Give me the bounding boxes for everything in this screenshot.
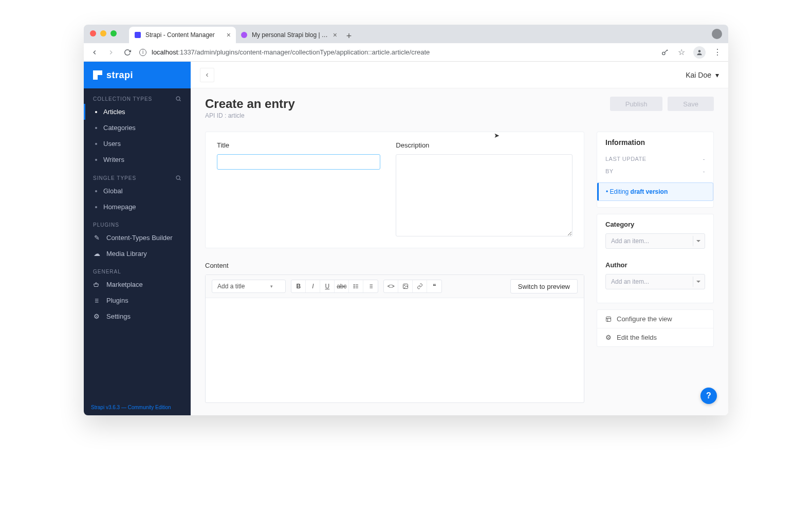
user-menu[interactable]: Kai Doe ▾ bbox=[686, 71, 719, 79]
select-placeholder: Add an item... bbox=[611, 278, 649, 285]
sidebar-item-label: Users bbox=[103, 140, 121, 148]
sidebar-item-label: Content-Types Builder bbox=[106, 234, 173, 242]
tab-title: Strapi - Content Manager bbox=[145, 31, 223, 39]
app-root: strapi COLLECTION TYPES Articles Categor… bbox=[84, 62, 728, 415]
sidebar-section-collection-types: COLLECTION TYPES bbox=[84, 88, 191, 104]
browser-account-icon[interactable] bbox=[712, 29, 722, 39]
sidebar-item-marketplace[interactable]: Marketplace bbox=[84, 277, 191, 292]
sidebar-item-categories[interactable]: Categories bbox=[84, 120, 191, 136]
sidebar-item-label: Plugins bbox=[106, 297, 128, 304]
sidebar-item-plugins[interactable]: Plugins bbox=[84, 292, 191, 308]
bookmark-star-icon[interactable]: ☆ bbox=[677, 48, 686, 57]
title-label: Title bbox=[217, 141, 380, 149]
sidebar-item-settings[interactable]: ⚙Settings bbox=[84, 308, 191, 324]
select-placeholder: Add an item... bbox=[611, 237, 649, 245]
bold-button[interactable]: B bbox=[291, 280, 306, 292]
quote-button[interactable]: ❝ bbox=[427, 280, 441, 292]
image-button[interactable] bbox=[398, 280, 413, 292]
sidebar-item-homepage[interactable]: Homepage bbox=[84, 199, 191, 215]
sidebar-item-label: Writers bbox=[103, 156, 124, 163]
description-input[interactable] bbox=[396, 154, 573, 236]
chevron-down-icon: ▾ bbox=[715, 71, 719, 79]
sidebar-item-media-library[interactable]: ☁Media Library bbox=[84, 246, 191, 262]
title-input[interactable] bbox=[217, 154, 380, 170]
search-icon[interactable] bbox=[175, 175, 181, 181]
site-info-icon[interactable]: i bbox=[139, 49, 146, 56]
url-path: :1337/admin/plugins/content-manager/coll… bbox=[178, 48, 430, 56]
url-field[interactable]: i localhost:1337/admin/plugins/content-m… bbox=[139, 48, 653, 56]
basket-icon bbox=[93, 282, 100, 288]
api-id: API ID : article bbox=[205, 112, 295, 119]
forward-button[interactable] bbox=[106, 48, 116, 57]
content-label: Content bbox=[205, 262, 584, 269]
code-button[interactable]: <> bbox=[384, 280, 398, 292]
heading-select-label: Add a title bbox=[217, 283, 245, 290]
cloud-icon: ☁ bbox=[93, 250, 100, 258]
author-select[interactable]: Add an item... bbox=[605, 274, 705, 289]
sidebar-section-single-types: SINGLE TYPES bbox=[84, 168, 191, 183]
heading-select[interactable]: Add a title ▾ bbox=[212, 280, 286, 293]
svg-line-5 bbox=[179, 179, 180, 180]
profile-icon[interactable] bbox=[693, 46, 706, 59]
browser-window: Strapi - Content Manager × My personal S… bbox=[84, 25, 728, 415]
close-tab-icon[interactable]: × bbox=[227, 31, 231, 39]
new-tab-button[interactable]: + bbox=[342, 29, 356, 43]
sidebar-item-writers[interactable]: Writers bbox=[84, 152, 191, 168]
save-button[interactable]: Save bbox=[668, 97, 714, 111]
svg-point-15 bbox=[354, 284, 355, 285]
sidebar-item-users[interactable]: Users bbox=[84, 136, 191, 152]
underline-button[interactable]: U bbox=[320, 280, 335, 292]
layout-icon bbox=[605, 316, 612, 322]
draft-version-label: draft version bbox=[631, 188, 668, 195]
browser-tab[interactable]: My personal Strapi blog | Strap × bbox=[235, 27, 342, 43]
minimize-window-icon[interactable] bbox=[100, 30, 106, 36]
fields-card: Title Description bbox=[205, 132, 584, 248]
sidebar: strapi COLLECTION TYPES Articles Categor… bbox=[84, 62, 191, 415]
form-area: Title Description Content bbox=[191, 125, 728, 415]
category-select[interactable]: Add an item... bbox=[605, 233, 705, 249]
svg-rect-23 bbox=[606, 317, 611, 321]
kebab-menu-icon[interactable]: ⋮ bbox=[713, 48, 722, 57]
link-button[interactable] bbox=[413, 280, 427, 292]
tab-title: My personal Strapi blog | Strap bbox=[252, 31, 329, 39]
numbered-list-button[interactable] bbox=[363, 280, 378, 292]
strikethrough-button[interactable]: abc bbox=[335, 280, 349, 292]
password-key-icon[interactable] bbox=[660, 48, 670, 57]
browser-tab-active[interactable]: Strapi - Content Manager × bbox=[129, 27, 236, 43]
sidebar-item-content-types-builder[interactable]: ✎Content-Types Builder bbox=[84, 230, 191, 246]
user-name: Kai Doe bbox=[686, 71, 711, 79]
top-bar: Kai Doe ▾ bbox=[191, 62, 728, 88]
preview-toggle-button[interactable]: Switch to preview bbox=[510, 279, 578, 293]
brush-icon: ✎ bbox=[93, 234, 100, 242]
configure-view-link[interactable]: Configure the view bbox=[597, 310, 713, 328]
close-window-icon[interactable] bbox=[90, 30, 96, 36]
svg-line-3 bbox=[179, 100, 180, 101]
content-editor: Add a title ▾ B I U abc bbox=[205, 274, 584, 403]
publish-button[interactable]: Publish bbox=[610, 97, 663, 111]
browser-tab-strip: Strapi - Content Manager × My personal S… bbox=[84, 25, 728, 43]
back-button[interactable] bbox=[200, 68, 214, 82]
sidebar-item-label: Marketplace bbox=[106, 281, 143, 288]
sidebar-item-articles[interactable]: Articles bbox=[84, 104, 191, 120]
editor-body[interactable] bbox=[206, 298, 584, 402]
search-icon[interactable] bbox=[175, 96, 181, 102]
sidebar-item-label: Articles bbox=[103, 108, 125, 116]
logo[interactable]: strapi bbox=[84, 62, 191, 88]
help-fab-button[interactable]: ? bbox=[700, 388, 717, 404]
edit-fields-link[interactable]: ⚙ Edit the fields bbox=[597, 328, 713, 346]
link-label: Configure the view bbox=[617, 315, 672, 323]
last-update-value: - bbox=[703, 156, 705, 162]
information-panel: Information LAST UPDATE - BY - • Editing… bbox=[597, 132, 714, 208]
sidebar-item-global[interactable]: Global bbox=[84, 183, 191, 199]
close-tab-icon[interactable]: × bbox=[333, 31, 337, 39]
bullet-list-button[interactable] bbox=[349, 280, 363, 292]
section-label: PLUGINS bbox=[93, 222, 119, 228]
reload-button[interactable] bbox=[123, 48, 132, 57]
sidebar-section-general: GENERAL bbox=[84, 262, 191, 277]
svg-point-2 bbox=[176, 97, 180, 100]
maximize-window-icon[interactable] bbox=[110, 30, 117, 36]
list-icon bbox=[93, 298, 100, 304]
back-button[interactable] bbox=[90, 48, 99, 57]
italic-button[interactable]: I bbox=[306, 280, 320, 292]
logo-text: strapi bbox=[106, 70, 133, 81]
